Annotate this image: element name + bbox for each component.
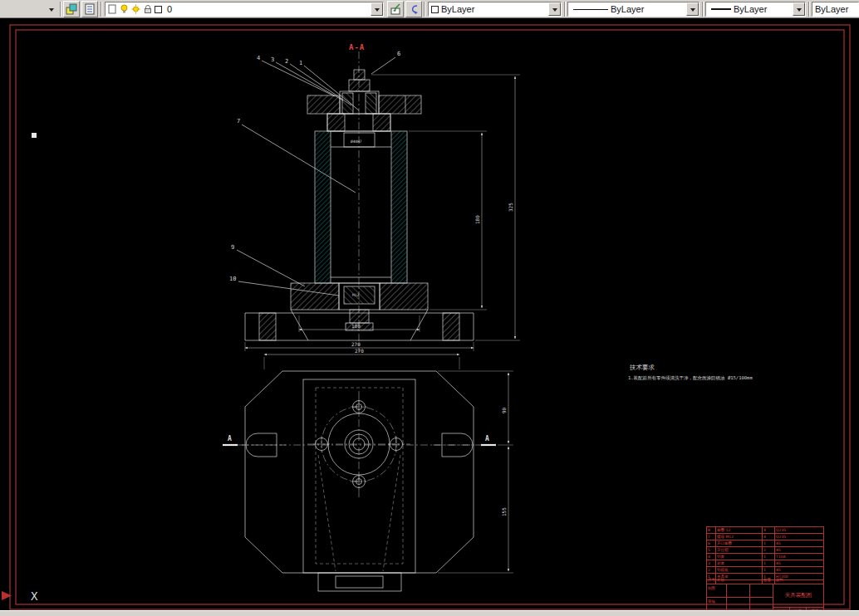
layers-icon [84, 3, 96, 15]
layer-name: 0 [167, 4, 172, 14]
toolbar-separator [808, 2, 810, 17]
parts-row: 6 开口垫圈 1 45 [707, 540, 823, 547]
parts-header: 序号 名称 数量 材料 [707, 577, 823, 584]
thread-dim: M12 [352, 293, 359, 297]
part-material: 45 [775, 567, 823, 573]
signature-name [727, 598, 750, 610]
tech-requirements: 技术要求 1.装配前所有零件须清洗干净，配合面涂防锈油 Ø15/100mm [628, 364, 753, 381]
layer-properties-button[interactable] [63, 1, 80, 17]
plotstyle-value: ByLayer [815, 4, 848, 14]
callout-10: 10 [229, 276, 236, 282]
part-no: 6 [707, 540, 716, 546]
callout-9: 9 [231, 244, 234, 251]
layer-control[interactable]: 0 [105, 2, 384, 17]
callout-1: 1 [299, 60, 302, 66]
color-swatch [431, 6, 439, 13]
signature-name [727, 584, 750, 597]
part-material: Q235 [775, 527, 823, 533]
header-name: 名称 [716, 577, 763, 584]
callout-4: 4 [257, 55, 260, 61]
linetype-sample [573, 9, 608, 10]
toolbar-separator [101, 2, 102, 17]
lineweight-combo-arrow[interactable] [793, 2, 805, 16]
lightbulb-icon [120, 4, 129, 14]
toolbar-separator [60, 2, 61, 17]
signature-date [750, 598, 773, 610]
part-name: 钻套 [716, 554, 763, 560]
part-material: 45 [775, 540, 823, 546]
drawing-area[interactable]: A-A 4 3 2 1 6 7 9 [0, 18, 859, 616]
part-name: 钻模板 [716, 567, 763, 573]
lineweight-sample [711, 8, 731, 10]
signature-date [750, 584, 773, 597]
layer-color-swatch [155, 6, 162, 13]
part-qty: 1 [763, 567, 775, 573]
part-qty: 4 [763, 534, 775, 540]
tech-title: 技术要求 [629, 364, 655, 371]
drawing-title: 夹具装配图 [773, 584, 823, 608]
layer-combo-arrow[interactable] [371, 2, 383, 16]
tech-line: 1.装配前所有零件须清洗干净，配合面涂防锈油 Ø15/100mm [628, 375, 753, 381]
part-no: 7 [707, 534, 716, 540]
part-qty: 1 [763, 560, 775, 566]
parts-row: 4 钻套 1 T10A [707, 554, 823, 560]
parts-row: 8 垫圈 12 4 Q235 [707, 527, 823, 534]
layer-previous-icon [408, 3, 420, 15]
part-qty: 2 [763, 547, 775, 553]
ucs-x-label: X [31, 589, 38, 603]
lineweight-value: ByLayer [734, 4, 767, 14]
callout-2: 2 [285, 58, 288, 65]
make-object-layer-current-button[interactable] [387, 1, 404, 17]
signature-row: 制图 [707, 584, 773, 598]
plan-upper-dim: 90 [501, 407, 507, 413]
plan-lower-dim: 155 [501, 507, 507, 516]
callout-3: 3 [271, 56, 274, 63]
signature-label: 制图 [707, 584, 727, 597]
plan-view: 270 [223, 348, 513, 591]
part-material: Q235 [775, 534, 823, 540]
linetype-combo-arrow[interactable] [686, 2, 699, 16]
plotstyle-control[interactable]: ByLayer [812, 2, 859, 17]
layer-previous-button[interactable] [405, 1, 422, 17]
sun-icon [131, 4, 140, 14]
part-qty: 4 [763, 527, 775, 533]
chevron-down-icon [375, 8, 380, 14]
lock-icon [143, 4, 152, 14]
part-name: 衬套 [716, 560, 763, 566]
chevron-down-icon [797, 8, 802, 14]
base-width-dim: 270 [351, 341, 361, 347]
toolbar-separator [564, 2, 566, 17]
part-no: 3 [707, 560, 716, 566]
grid-blip [32, 133, 37, 138]
toolbar-dropdown-arrow[interactable] [45, 2, 58, 16]
title-block: 8 垫圈 12 4 Q235 7 螺母 M12 4 Q235 6 开口垫圈 1 … [706, 526, 824, 616]
part-no: 4 [707, 554, 716, 560]
header-no: 序号 [707, 577, 716, 584]
bottom-bar [0, 610, 859, 616]
chevron-down-icon [552, 8, 557, 14]
linetype-control[interactable]: ByLayer [567, 2, 699, 17]
ucs-icon: X [2, 589, 38, 603]
parts-list: 8 垫圈 12 4 Q235 7 螺母 M12 4 Q235 6 开口垫圈 1 … [707, 527, 823, 577]
section-letter-left: A [228, 435, 232, 442]
color-control[interactable]: ByLayer [428, 2, 562, 17]
bore-dim: Ø40H7 [351, 139, 362, 144]
toolbar-separator [424, 2, 425, 17]
linetype-value: ByLayer [611, 4, 644, 14]
part-no: 5 [707, 547, 716, 553]
hub-width-dim: 100 [351, 323, 361, 329]
make-layer-current-icon [390, 3, 401, 15]
header-qty: 数量 [763, 577, 775, 584]
lineweight-control[interactable]: ByLayer [705, 2, 806, 17]
callout-6: 6 [397, 51, 400, 57]
part-name: 垫圈 12 [716, 527, 763, 533]
layer-state-icon [108, 4, 117, 14]
part-material: 45 [775, 547, 823, 553]
part-name: 开口垫圈 [716, 540, 763, 546]
parts-row: 2 钻模板 1 45 [707, 567, 823, 574]
top-toolbar: 0 ByLayer [0, 0, 859, 18]
layers-dialog-button[interactable] [81, 1, 98, 17]
part-no: 8 [707, 527, 716, 533]
color-combo-arrow[interactable] [548, 2, 561, 16]
color-value: ByLayer [441, 4, 474, 14]
